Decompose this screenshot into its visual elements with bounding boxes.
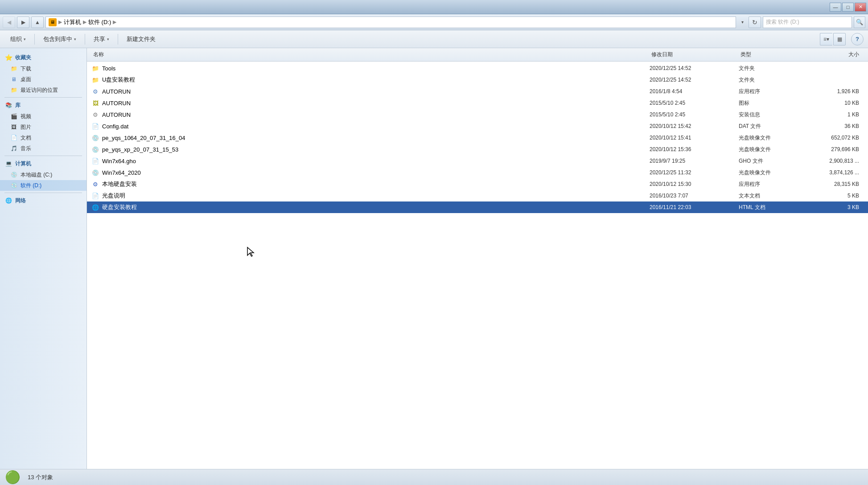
address-bar: ◀ ▶ ▲ 🖥 ▶ 计算机 ▶ 软件 (D:) ▶ ▾ ↻ 搜索 软件 (D:)… [0,14,868,30]
sidebar-desktop-label: 桌面 [21,76,31,83]
file-date-cell: 2015/5/10 2:45 [650,100,739,106]
table-row[interactable]: ⚙ AUTORUN 2015/5/10 2:45 安装信息 1 KB [87,109,868,120]
sidebar-item-picture[interactable]: 🖼 图片 [0,122,86,132]
table-row[interactable]: 💿 Win7x64_2020 2020/12/25 11:32 光盘映像文件 3… [87,167,868,178]
organize-chevron-icon: ▾ [24,37,26,41]
table-row[interactable]: ⚙ AUTORUN 2016/1/8 4:54 应用程序 1,926 KB [87,86,868,97]
drive-d-icon: 💿 [10,181,18,189]
table-row[interactable]: 📁 Tools 2020/12/25 14:52 文件夹 [87,62,868,74]
view2-button[interactable]: ▦ [833,33,846,45]
search-bar: 搜索 软件 (D:) [763,16,852,28]
back-button[interactable]: ◀ [3,16,15,28]
new-folder-button[interactable]: 新建文件夹 [121,33,161,46]
picture-icon: 🖼 [10,123,18,131]
file-name-cell: 🖼 AUTORUN [91,99,650,107]
col-size[interactable]: 大小 [810,51,864,58]
music-icon: 🎵 [10,144,18,152]
col-type[interactable]: 类型 [739,51,810,58]
sidebar-video-label: 视频 [21,113,31,120]
file-name-text: 光盘说明 [102,192,125,200]
file-date-cell: 2015/5/10 2:45 [650,111,739,118]
table-row[interactable]: 📄 Config.dat 2020/10/12 15:42 DAT 文件 36 … [87,120,868,132]
file-date-cell: 2016/1/8 4:54 [650,88,739,95]
up-button[interactable]: ▲ [31,16,44,28]
breadcrumb-sep1: ▶ [58,19,62,25]
file-size-cell: 28,315 KB [810,181,864,187]
file-name-text: 硬盘安装教程 [102,203,137,211]
sidebar-group-favorites[interactable]: ⭐ 收藏夹 [0,52,86,63]
sidebar-item-document[interactable]: 📄 文档 [0,132,86,143]
table-row[interactable]: 📄 Win7x64.gho 2019/9/7 19:25 GHO 文件 2,90… [87,155,868,167]
breadcrumb-home-icon: 🖥 [49,18,57,26]
file-type-cell: GHO 文件 [739,157,810,165]
table-row[interactable]: 🖼 AUTORUN 2015/5/10 2:45 图标 10 KB [87,97,868,109]
file-type-icon: 📁 [91,76,99,84]
file-name-text: pe_yqs_1064_20_07_31_16_04 [102,135,185,141]
star-icon: ⭐ [4,53,12,62]
library-icon: 📚 [4,101,12,109]
help-button[interactable]: ? [851,33,864,45]
view-button[interactable]: ≡▾ [820,33,832,45]
sidebar-item-download[interactable]: 📁 下载 [0,63,86,74]
file-name-cell: 📁 U盘安装教程 [91,76,650,84]
status-count: 13 个对象 [28,473,53,481]
file-date-cell: 2016/10/23 7:07 [650,193,739,199]
sidebar-group-library[interactable]: 📚 库 [0,99,86,111]
sidebar-group-computer[interactable]: 💻 计算机 [0,158,86,169]
sidebar-download-label: 下载 [21,65,31,73]
file-type-icon: ⚙ [91,111,99,119]
file-size-cell: 652,072 KB [810,135,864,141]
file-size-cell: 1,926 KB [810,88,864,95]
breadcrumb-part2[interactable]: 软件 (D:) [88,18,111,26]
file-type-cell: 光盘映像文件 [739,169,810,177]
file-date-cell: 2020/10/12 15:30 [650,181,739,187]
table-row[interactable]: 📄 光盘说明 2016/10/23 7:07 文本文档 5 KB [87,190,868,201]
file-name-cell: 📄 光盘说明 [91,192,650,200]
file-name-cell: 📄 Config.dat [91,122,650,130]
sidebar-item-music[interactable]: 🎵 音乐 [0,143,86,154]
file-size-cell: 1 KB [810,111,864,118]
file-list: 📁 Tools 2020/12/25 14:52 文件夹 📁 U盘安装教程 20… [87,62,868,469]
sidebar-network-label: 网络 [15,197,26,205]
file-name-cell: 📄 Win7x64.gho [91,157,650,165]
toolbar-sep2 [85,34,85,45]
file-date-cell: 2020/12/25 14:52 [650,77,739,83]
breadcrumb: 🖥 ▶ 计算机 ▶ 软件 (D:) ▶ [45,16,736,28]
breadcrumb-part1[interactable]: 计算机 [64,18,81,26]
share-button[interactable]: 共享 ▾ [88,33,115,46]
table-row[interactable]: ⚙ 本地硬盘安装 2020/10/12 15:30 应用程序 28,315 KB [87,178,868,190]
organize-button[interactable]: 组织 ▾ [4,33,32,46]
library-button[interactable]: 包含到库中 ▾ [37,33,82,46]
table-row[interactable]: 💿 pe_yqs_xp_20_07_31_15_53 2020/10/12 15… [87,144,868,155]
sidebar-item-recent[interactable]: 📁 最近访问的位置 [0,85,86,95]
breadcrumb-dropdown-button[interactable]: ▾ [738,16,747,28]
sidebar-item-desktop[interactable]: 🖥 桌面 [0,74,86,85]
sidebar-divider1 [4,97,82,98]
table-row[interactable]: 🌐 硬盘安装教程 2016/11/21 22:03 HTML 文档 3 KB [87,201,868,213]
search-button[interactable]: 🔍 [854,16,865,28]
sidebar-picture-label: 图片 [21,123,31,131]
sidebar-group-network[interactable]: 🌐 网络 [0,195,86,206]
sidebar-item-drive-d[interactable]: 💿 软件 (D:) [0,180,86,191]
maximize-button[interactable]: □ [842,3,854,12]
refresh-button[interactable]: ↻ [749,16,761,28]
sidebar-computer-label: 计算机 [15,160,31,168]
col-name[interactable]: 名称 [91,51,650,58]
sidebar-favorites-label: 收藏夹 [15,54,31,62]
sidebar-item-video[interactable]: 🎬 视频 [0,111,86,122]
file-name-text: U盘安装教程 [102,76,135,84]
col-date[interactable]: 修改日期 [650,51,739,58]
sidebar-section-computer: 💻 计算机 💿 本地磁盘 (C:) 💿 软件 (D:) [0,158,86,191]
file-name-cell: 💿 pe_yqs_xp_20_07_31_15_53 [91,145,650,153]
forward-button[interactable]: ▶ [17,16,29,28]
file-type-cell: 应用程序 [739,88,810,95]
minimize-button[interactable]: — [830,3,841,12]
file-type-cell: 安装信息 [739,111,810,119]
sidebar-item-drive-c[interactable]: 💿 本地磁盘 (C:) [0,169,86,180]
table-row[interactable]: 📁 U盘安装教程 2020/12/25 14:52 文件夹 [87,74,868,86]
file-name-text: AUTORUN [102,111,131,118]
file-name-cell: ⚙ AUTORUN [91,87,650,95]
table-row[interactable]: 💿 pe_yqs_1064_20_07_31_16_04 2020/10/12 … [87,132,868,144]
close-button[interactable]: ✕ [855,3,866,12]
file-size-cell: 10 KB [810,100,864,106]
